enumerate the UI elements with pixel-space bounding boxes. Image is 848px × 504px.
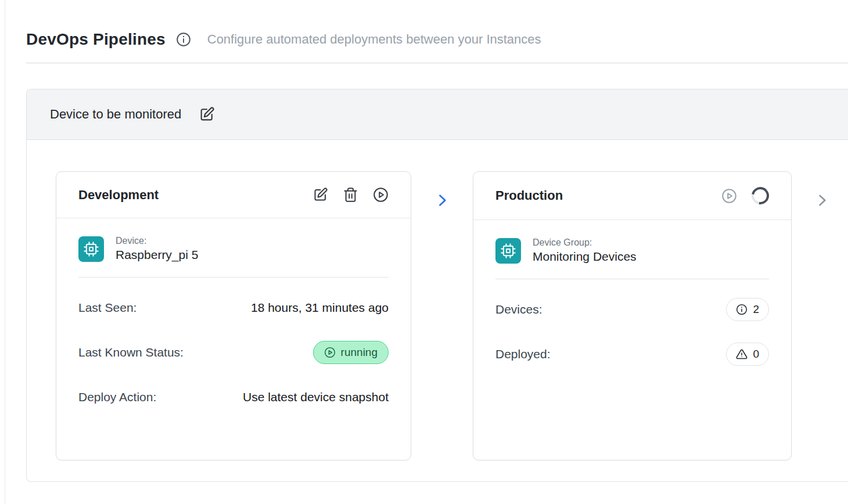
device-label: Device: bbox=[116, 236, 198, 246]
production-card-title: Production bbox=[495, 188, 563, 203]
delete-icon[interactable] bbox=[343, 187, 358, 203]
last-seen-label: Last Seen: bbox=[78, 301, 136, 315]
device-group-row: Device Group: Monitoring Devices bbox=[495, 237, 769, 264]
development-card-actions bbox=[312, 187, 389, 203]
last-seen-row: Last Seen: 18 hours, 31 minutes ago bbox=[78, 295, 389, 320]
pipeline-panel: Device to be monitored Development bbox=[26, 89, 848, 482]
run-icon-disabled bbox=[721, 188, 737, 204]
production-card-body: Device Group: Monitoring Devices Devices… bbox=[473, 220, 791, 387]
run-icon[interactable] bbox=[373, 187, 389, 203]
card-divider bbox=[78, 277, 389, 278]
deployed-count: 0 bbox=[753, 348, 759, 361]
device-group-info: Device Group: Monitoring Devices bbox=[533, 237, 637, 264]
devices-row: Devices: 2 bbox=[495, 297, 769, 322]
chevron-right-icon bbox=[814, 192, 830, 208]
deploy-action-row: Deploy Action: Use latest device snapsho… bbox=[78, 384, 389, 409]
header-divider bbox=[26, 63, 848, 63]
deploy-action-label: Deploy Action: bbox=[78, 390, 156, 404]
pipeline-flow-arrow bbox=[411, 192, 473, 208]
chevron-right-icon bbox=[434, 192, 450, 208]
status-value: running bbox=[341, 346, 378, 359]
devops-pipelines-page: DevOps Pipelines Configure automated dep… bbox=[0, 0, 848, 504]
panel-next-arrow[interactable] bbox=[814, 192, 830, 211]
info-circle-icon bbox=[736, 304, 748, 315]
status-row: Last Known Status: running bbox=[78, 340, 389, 365]
card-divider bbox=[495, 279, 769, 279]
device-name: Raspberry_pi 5 bbox=[116, 248, 198, 262]
production-card-actions bbox=[721, 187, 769, 204]
deployed-label: Deployed: bbox=[495, 347, 551, 361]
device-group-label: Device Group: bbox=[533, 237, 637, 248]
info-icon[interactable] bbox=[176, 32, 191, 47]
development-card-title: Development bbox=[78, 188, 159, 203]
development-card-body: Device: Raspberry_pi 5 Last Seen: 18 hou… bbox=[56, 218, 411, 430]
deployed-row: Deployed: 0 bbox=[495, 341, 769, 366]
page-header: DevOps Pipelines Configure automated dep… bbox=[26, 30, 848, 49]
device-row: Device: Raspberry_pi 5 bbox=[78, 236, 389, 262]
warning-triangle-icon bbox=[736, 348, 748, 360]
deploy-action-value: Use latest device snapshot bbox=[243, 390, 389, 404]
devices-count: 2 bbox=[753, 303, 759, 316]
production-card: Production bbox=[473, 171, 792, 460]
edit-pipeline-icon[interactable] bbox=[199, 106, 215, 123]
page-subtitle: Configure automated deployments between … bbox=[207, 32, 541, 47]
devices-label: Devices: bbox=[495, 303, 542, 316]
development-card: Development bbox=[56, 171, 411, 460]
last-seen-value: 18 hours, 31 minutes ago bbox=[251, 301, 389, 315]
edit-icon[interactable] bbox=[312, 187, 328, 203]
deployed-count-badge[interactable]: 0 bbox=[726, 343, 769, 366]
device-group-name: Monitoring Devices bbox=[533, 250, 637, 264]
cpu-chip-icon bbox=[495, 238, 521, 264]
status-label: Last Known Status: bbox=[78, 345, 184, 359]
pipeline-panel-header: Device to be monitored bbox=[27, 89, 848, 140]
status-badge: running bbox=[313, 341, 389, 364]
pipeline-panel-body: Development bbox=[27, 140, 848, 481]
cpu-chip-icon bbox=[78, 236, 104, 262]
page-title: DevOps Pipelines bbox=[26, 30, 166, 49]
production-card-header: Production bbox=[473, 172, 791, 220]
loading-spinner-icon bbox=[748, 183, 772, 208]
play-circle-icon bbox=[324, 347, 336, 358]
development-card-header: Development bbox=[56, 172, 411, 218]
device-info: Device: Raspberry_pi 5 bbox=[116, 236, 198, 262]
devices-count-badge[interactable]: 2 bbox=[726, 298, 769, 321]
pipeline-panel-title: Device to be monitored bbox=[50, 107, 181, 122]
